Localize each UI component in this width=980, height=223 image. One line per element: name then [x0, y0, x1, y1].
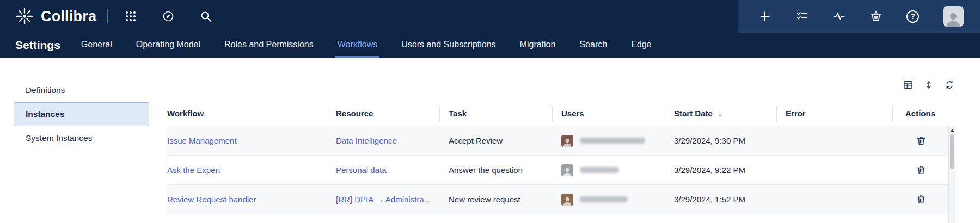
brand-title: Collibra [41, 8, 96, 25]
resource-link[interactable]: Data Intelligence [327, 136, 440, 145]
actions-cell [893, 135, 948, 146]
start-date-cell: 3/29/2024, 1:52 PM [665, 195, 777, 204]
search-icon[interactable] [199, 10, 212, 23]
delete-instance-button[interactable] [916, 165, 927, 176]
topbar-left: Collibra [0, 0, 212, 33]
refresh-icon[interactable] [944, 79, 955, 90]
workflow-link[interactable]: Issue Management [167, 136, 327, 145]
apps-grid-icon[interactable] [124, 10, 137, 23]
compass-icon[interactable] [162, 10, 175, 23]
table-row: Issue Management Data Intelligence Accep… [167, 126, 948, 156]
tab-users-and-subscriptions[interactable]: Users and Subscriptions [399, 33, 498, 58]
table-view-icon[interactable] [903, 79, 914, 90]
start-date-cell: 3/29/2024, 9:22 PM [665, 165, 777, 175]
delete-instance-button[interactable] [916, 194, 927, 205]
tab-search[interactable]: Search [577, 33, 609, 58]
help-icon[interactable]: ? [906, 10, 919, 23]
instances-content: Workflow Resource Task Users Start Date … [151, 70, 980, 223]
workflow-link[interactable]: Review Request handler [167, 195, 327, 204]
tab-migration[interactable]: Migration [518, 33, 558, 58]
vertical-scrollbar[interactable] [948, 126, 955, 223]
column-header-start-date[interactable]: Start Date ↓ [665, 106, 777, 122]
topbar-utility-panel: ? [738, 0, 980, 33]
topbar: Collibra [0, 0, 980, 33]
sort-height-icon[interactable] [923, 79, 934, 90]
start-date-cell: 3/29/2024, 9:30 PM [665, 136, 777, 145]
actions-cell [893, 194, 948, 205]
sort-desc-icon: ↓ [718, 109, 722, 118]
tab-workflows[interactable]: Workflows [335, 33, 380, 58]
tab-edge[interactable]: Edge [629, 33, 653, 58]
main-area: Definitions Instances System Instances [0, 58, 980, 223]
column-header-users[interactable]: Users [553, 106, 665, 122]
task-cell: Answer the question [440, 165, 553, 175]
page-title: Settings [15, 33, 60, 58]
sidebar-item-definitions[interactable]: Definitions [14, 78, 149, 102]
tasks-checklist-icon[interactable] [795, 10, 808, 23]
user-avatar [561, 135, 573, 147]
collibra-logo-icon[interactable] [15, 7, 34, 26]
column-header-resource[interactable]: Resource [327, 106, 440, 122]
user-name-redacted [580, 196, 628, 202]
sidebar: Definitions Instances System Instances [0, 70, 151, 223]
task-cell: Accept Review [440, 136, 553, 145]
resource-link[interactable]: Personal data [327, 165, 440, 175]
tab-general[interactable]: General [79, 33, 114, 58]
column-header-error[interactable]: Error [777, 106, 893, 122]
sidebar-item-system-instances[interactable]: System Instances [14, 126, 149, 150]
users-cell [553, 135, 665, 147]
basket-icon[interactable] [869, 10, 883, 23]
table-toolbar [167, 75, 955, 95]
table-header-row: Workflow Resource Task Users Start Date … [167, 101, 948, 126]
add-icon[interactable] [758, 10, 771, 23]
user-avatar [561, 194, 573, 206]
users-cell [553, 194, 665, 206]
user-name-redacted [580, 138, 645, 144]
column-header-workflow[interactable]: Workflow [167, 106, 327, 122]
column-header-task[interactable]: Task [440, 106, 553, 122]
help-glyph: ? [906, 10, 919, 23]
actions-cell [893, 165, 948, 176]
workflow-link[interactable]: Ask the Expert [167, 165, 327, 175]
activity-pulse-icon[interactable] [832, 10, 846, 23]
scrollbar-thumb[interactable] [950, 134, 954, 169]
instances-table: Workflow Resource Task Users Start Date … [167, 101, 955, 214]
column-header-actions: Actions [893, 106, 948, 122]
user-avatar[interactable] [943, 6, 964, 27]
table-row: Ask the Expert Personal data Answer the … [167, 156, 948, 185]
settings-nav-bar: Settings General Operating Model Roles a… [0, 33, 980, 58]
resource-link[interactable]: [RR] DPIA → Administra... [327, 195, 440, 204]
topbar-nav [124, 10, 212, 23]
table-row: Review Request handler [RR] DPIA → Admin… [167, 185, 948, 214]
user-avatar [561, 164, 573, 176]
users-cell [553, 164, 665, 176]
scrollbar-up-arrow-icon[interactable] [950, 129, 954, 132]
tab-operating-model[interactable]: Operating Model [134, 33, 203, 58]
start-date-label: Start Date [674, 109, 713, 118]
tab-roles-and-permissions[interactable]: Roles and Permissions [222, 33, 316, 58]
user-name-redacted [580, 167, 619, 173]
sidebar-item-instances[interactable]: Instances [14, 102, 149, 126]
topbar-divider [107, 9, 108, 23]
settings-tabs: General Operating Model Roles and Permis… [79, 33, 654, 58]
delete-instance-button[interactable] [916, 135, 927, 146]
task-cell: New review request [440, 195, 553, 204]
